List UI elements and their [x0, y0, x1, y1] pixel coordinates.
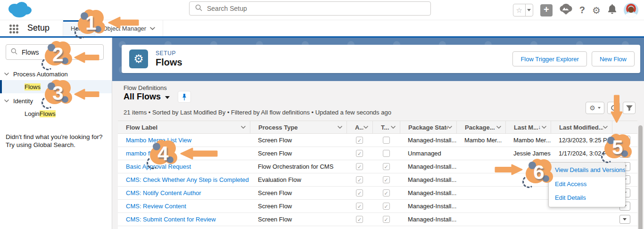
- sidebar-item-label-prefix: Login: [25, 110, 40, 117]
- add-icon[interactable]: +: [540, 4, 553, 16]
- notification-bell-icon[interactable]: [608, 4, 617, 16]
- sidebar-group-identity[interactable]: Identity: [4, 97, 33, 105]
- app-launcher-icon[interactable]: [9, 25, 18, 33]
- package-state-cell: Managed-Install...: [400, 176, 456, 183]
- package-state-cell: Managed-Install...: [400, 163, 456, 170]
- pin-button[interactable]: [178, 91, 191, 103]
- row-actions-menu: View Details and Versions Edit Access Ed…: [548, 162, 626, 207]
- chevron-down-icon: [603, 126, 608, 129]
- last-modified-by-cell: Jessie James: [505, 150, 551, 157]
- avatar[interactable]: [624, 3, 638, 17]
- column-header-7[interactable]: Last Modified...: [551, 121, 612, 133]
- active-checkbox: ✓: [356, 150, 363, 157]
- list-entity-label: Flow Definitions: [124, 84, 167, 91]
- chevron-down-icon: [241, 126, 246, 129]
- flow-label-link[interactable]: CMS: Check Whether Any Step is Completed: [126, 176, 249, 183]
- sort-descending-icon: ↓: [538, 124, 541, 131]
- column-label: T...: [381, 124, 389, 131]
- annotation-arrow-right-6: [494, 163, 523, 176]
- package-state-cell: Managed-Install...: [400, 137, 456, 144]
- salesforce-logo-icon: [5, 0, 33, 21]
- search-setup-input[interactable]: [207, 5, 405, 12]
- salesforce-setup-page: ☆ + ? ⚙ Setup Home Object Manag: [0, 0, 644, 229]
- active-checkbox: ✓: [356, 203, 363, 210]
- column-header-2[interactable]: A...: [347, 121, 372, 133]
- chevron-down-icon: [4, 73, 9, 75]
- process-type-cell: Flow Orchestration for CMS: [250, 163, 347, 170]
- column-header-0[interactable]: Flow Label: [118, 121, 250, 133]
- row-actions-button[interactable]: [619, 215, 630, 224]
- search-icon: [195, 4, 202, 13]
- favorites-caret-icon[interactable]: [525, 4, 533, 16]
- global-search-box: [189, 1, 431, 16]
- column-label: A...: [355, 124, 363, 131]
- gear-icon: ⚙: [133, 52, 144, 65]
- column-label: Last Modified...: [559, 124, 603, 131]
- view-caret-icon[interactable]: [165, 96, 170, 99]
- column-header-3[interactable]: T...: [372, 121, 400, 133]
- template-checkbox: [383, 137, 390, 144]
- process-type-cell: Screen Flow: [250, 189, 347, 196]
- sidebar-item-login-flows[interactable]: Login Flows: [0, 107, 112, 120]
- template-checkbox: [383, 150, 390, 157]
- chevron-down-icon: [363, 126, 368, 129]
- caret-down-icon: [623, 218, 627, 221]
- table-row: Mambo Merge List ViewScreen Flow✓Managed…: [118, 134, 637, 147]
- help-icon[interactable]: ?: [579, 5, 585, 16]
- trailhead-icon[interactable]: [560, 3, 572, 17]
- gear-icon: ⚙: [589, 104, 595, 112]
- annotation-badge-1: 1: [76, 9, 106, 37]
- template-checkbox: ✓: [383, 176, 390, 183]
- annotation-arrow-left-3: [74, 88, 100, 101]
- column-header-5[interactable]: Package...: [456, 121, 505, 133]
- flow-trigger-explorer-button[interactable]: Flow Trigger Explorer: [512, 51, 587, 66]
- annotation-arrow-left-4: [180, 147, 218, 160]
- flow-label-link[interactable]: CMS: Submit Content for Review: [126, 216, 216, 223]
- column-header-6[interactable]: Last M...↓: [505, 121, 551, 133]
- favorites-control: ☆: [513, 4, 533, 16]
- chevron-down-icon: [542, 126, 546, 129]
- search-icon: [11, 48, 17, 57]
- template-checkbox: ✓: [383, 163, 390, 170]
- setup-app-label: Setup: [27, 23, 50, 33]
- setup-gear-icon[interactable]: ⚙: [592, 5, 601, 16]
- column-header-4[interactable]: Package State: [400, 121, 456, 133]
- active-checkbox: ✓: [356, 189, 363, 196]
- list-view-selector[interactable]: All Flows: [124, 92, 161, 102]
- annotation-badge-4: 4: [149, 140, 178, 167]
- flow-label-link[interactable]: CMS: Notify Content Author: [126, 189, 201, 196]
- active-checkbox: ✓: [356, 163, 363, 170]
- sidebar-group-label: Identity: [13, 98, 33, 105]
- active-checkbox: ✓: [356, 137, 363, 144]
- annotation-badge-3: 3: [43, 80, 73, 107]
- column-label: Package State: [408, 124, 447, 131]
- flow-label-link[interactable]: CMS: Review Content: [126, 203, 186, 210]
- active-checkbox: ✓: [356, 176, 363, 183]
- menu-item-view-details-and-versions[interactable]: View Details and Versions: [549, 163, 625, 177]
- sidebar-group-process-automation[interactable]: Process Automation: [4, 70, 68, 78]
- package-cell: Mambo Mer...: [456, 137, 505, 144]
- process-type-cell: Screen Flow: [250, 137, 347, 144]
- filter-button[interactable]: [623, 102, 636, 114]
- package-state-cell: Managed-Install...: [400, 189, 456, 196]
- sidebar-item-label: Flows: [25, 83, 41, 90]
- menu-item-edit-access[interactable]: Edit Access: [549, 177, 625, 191]
- menu-item-edit-details[interactable]: Edit Details: [549, 191, 625, 204]
- annotation-arrow-down-5: [610, 94, 624, 123]
- template-checkbox: ✓: [383, 216, 390, 223]
- page-header-card: ⚙ SETUP Flows Flow Trigger Explorer New …: [122, 45, 640, 73]
- new-flow-button[interactable]: New Flow: [592, 51, 635, 66]
- last-modified-by-cell: Mambo Mer...: [505, 137, 551, 144]
- favorites-star-icon[interactable]: ☆: [513, 4, 525, 16]
- column-header-1[interactable]: Process Type: [250, 121, 347, 133]
- package-state-cell: Unmanaged: [400, 150, 456, 157]
- chevron-down-icon: [150, 27, 155, 30]
- column-label: Package...: [465, 124, 495, 131]
- filter-icon: [626, 105, 633, 111]
- table-row-partial: [118, 226, 637, 229]
- list-view-settings-button[interactable]: ⚙: [586, 102, 604, 114]
- chevron-down-icon: [496, 126, 501, 129]
- table-scrollbar[interactable]: [638, 125, 643, 229]
- annotation-badge-5: 5: [603, 134, 632, 161]
- process-type-cell: Screen Flow: [250, 216, 347, 223]
